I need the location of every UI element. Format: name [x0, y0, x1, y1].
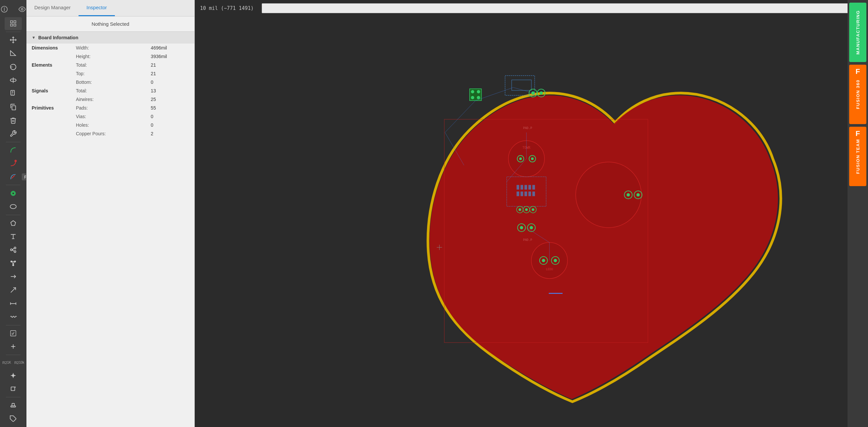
canvas-area[interactable]: 10 mil (−771 1491) [195, 0, 868, 427]
svg-rect-6 [10, 24, 12, 26]
manufacturing-label: MANUFACTURING [856, 10, 860, 55]
r2-label: R21K [1, 357, 13, 369]
svg-point-15 [10, 205, 16, 209]
ripup-tooltip-label: Ripup [22, 174, 27, 181]
svg-point-48 [477, 90, 480, 93]
svg-point-61 [531, 157, 534, 160]
elements-label: Elements [26, 61, 69, 69]
resistor-row: R21K R210k [1, 357, 25, 369]
svg-line-20 [12, 248, 14, 250]
divider-1 [6, 32, 21, 32]
svg-rect-64 [517, 185, 519, 190]
route-alt-button[interactable] [5, 157, 22, 170]
svg-text:PAD.P: PAD.P [523, 238, 532, 242]
svg-point-11 [15, 160, 17, 162]
fusion-team-label: FUSION TEAM [856, 139, 860, 174]
stamp-button[interactable] [5, 399, 22, 412]
divider-5 [6, 325, 21, 325]
signals-total-label: Total: [69, 87, 146, 95]
settings-button[interactable] [5, 127, 22, 140]
signals-total: 13 [146, 87, 194, 95]
fusion360-tab[interactable]: F FUSION 360 [849, 65, 866, 124]
svg-point-17 [10, 249, 12, 251]
fusion-team-tab[interactable]: F FUSION TEAM [849, 127, 866, 186]
polygon-tool[interactable] [5, 216, 22, 229]
nothing-selected-label: Nothing Selected [26, 17, 194, 32]
width-value: 4696mil [146, 43, 194, 52]
delete-button[interactable] [5, 114, 22, 127]
measure-button[interactable] [5, 297, 22, 310]
component-button[interactable] [5, 257, 22, 270]
page-tool[interactable] [5, 87, 22, 100]
pads-label: Pads: [69, 103, 146, 112]
network-button[interactable] [5, 244, 22, 256]
svg-point-50 [477, 96, 480, 99]
grid-button[interactable] [5, 17, 22, 30]
move-button[interactable] [5, 34, 22, 47]
info-button[interactable] [0, 2, 13, 17]
svg-point-59 [519, 157, 522, 160]
board-info-section: ▼ Board Information Dimensions Width: 46… [26, 32, 194, 138]
top-label: Top: [69, 69, 146, 78]
tab-inspector[interactable]: Inspector [79, 0, 115, 16]
wave-button[interactable] [5, 310, 22, 324]
elements-top: 21 [146, 69, 194, 78]
svg-point-23 [14, 261, 16, 262]
tag-button[interactable] [5, 412, 22, 425]
r2-10k-label: R210k [13, 357, 25, 369]
signals-label: Signals [26, 87, 69, 95]
board-info-header[interactable]: ▼ Board Information [26, 32, 194, 43]
svg-text:PAD.P: PAD.P [523, 126, 532, 130]
divider-6 [6, 355, 21, 355]
svg-rect-69 [517, 191, 519, 196]
svg-rect-40 [11, 387, 14, 390]
ripup-button[interactable]: Ripup [5, 171, 22, 183]
diagonal-button[interactable] [5, 284, 22, 297]
manufacturing-tab[interactable]: MANUFACTURING [849, 3, 866, 62]
svg-rect-65 [521, 185, 523, 190]
svg-rect-70 [521, 191, 523, 196]
airwires-value: 25 [146, 95, 194, 103]
cross-button[interactable] [5, 369, 22, 382]
mirror-button[interactable] [5, 73, 22, 87]
eye-button[interactable] [13, 2, 27, 17]
copper-pours-label: Copper Pours: [69, 129, 146, 138]
board-info-table: Dimensions Width: 4696mil Height: 3936mi… [26, 43, 194, 138]
search-input[interactable] [262, 3, 865, 13]
svg-point-22 [10, 261, 12, 262]
pcb-svg: TOWR [195, 17, 868, 427]
tab-design-manager[interactable]: Design Manager [26, 0, 79, 16]
add-button[interactable] [5, 340, 22, 353]
text-tool[interactable] [5, 230, 22, 243]
ellipse-button[interactable] [5, 200, 22, 213]
height-value: 3936mil [146, 52, 194, 61]
holes-label: Holes: [69, 121, 146, 129]
svg-rect-5 [13, 21, 16, 23]
svg-point-75 [519, 208, 521, 211]
svg-point-56 [539, 91, 543, 95]
angle-tool[interactable] [5, 47, 22, 60]
svg-rect-4 [10, 21, 12, 23]
primitives-label: Primitives [26, 103, 69, 112]
svg-point-84 [636, 193, 640, 196]
top-bar: 10 mil (−771 1491) [195, 0, 868, 17]
fusion360-f-icon: F [856, 67, 860, 76]
height-label: Height: [69, 52, 146, 61]
svg-point-18 [14, 247, 16, 249]
panel-tabs: Design Manager Inspector [26, 0, 194, 17]
rotate-button[interactable] [5, 383, 22, 395]
undo-button[interactable] [5, 60, 22, 73]
vias-value: 0 [146, 112, 194, 121]
svg-rect-33 [10, 331, 16, 336]
coord-display: 10 mil (−771 1491) [195, 3, 259, 14]
svg-text:LEDU: LEDU [546, 268, 553, 271]
fusion-team-f-icon: F [856, 129, 860, 138]
copy-tool[interactable] [5, 101, 22, 114]
pcb-canvas[interactable]: TOWR [195, 17, 868, 427]
route-button[interactable] [5, 144, 22, 157]
section-arrow: ▼ [32, 35, 36, 40]
circle-button[interactable] [5, 187, 22, 200]
drc-button[interactable] [5, 327, 22, 340]
svg-point-19 [14, 251, 16, 253]
arrow-button[interactable] [5, 270, 22, 283]
